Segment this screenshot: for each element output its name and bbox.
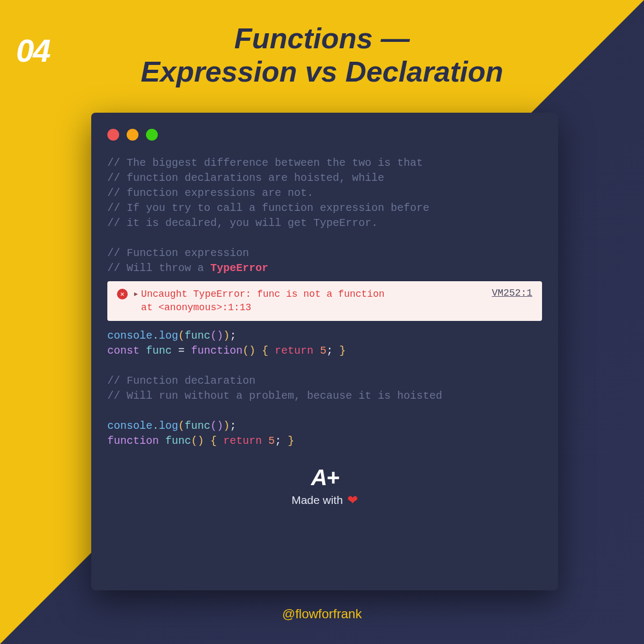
- token: ;: [275, 435, 281, 447]
- title-line-2: Expression vs Declaration: [141, 55, 503, 87]
- token: log: [159, 330, 178, 342]
- token: func: [185, 420, 210, 432]
- token: return: [223, 435, 268, 447]
- token: log: [159, 420, 178, 432]
- token: {: [204, 435, 223, 447]
- token: ): [217, 330, 223, 342]
- comment-line: // it is decalred, you will get TypeErro…: [107, 217, 378, 229]
- code-window: // The biggest difference between the tw…: [91, 113, 558, 590]
- token: ): [197, 435, 204, 447]
- token: ): [249, 345, 255, 357]
- error-source-link[interactable]: VM252:1: [492, 288, 532, 298]
- token: console: [107, 420, 152, 432]
- page-title: Functions — Expression vs Declaration: [0, 21, 644, 88]
- comment-line: // Will throw a: [107, 262, 210, 274]
- logo: A+: [107, 465, 542, 491]
- token: return: [275, 345, 320, 357]
- token: [159, 435, 165, 447]
- comment-line: // function declarations are hoisted, wh…: [107, 172, 384, 184]
- minimize-icon[interactable]: [127, 129, 138, 141]
- token: function: [107, 435, 159, 447]
- token: func: [146, 345, 172, 357]
- error-message: Uncaught TypeError: func is not a functi…: [141, 288, 492, 314]
- token: 5: [320, 345, 326, 357]
- token: 5: [268, 435, 275, 447]
- typeerror-text: TypeError: [210, 262, 268, 274]
- token: (: [210, 420, 217, 432]
- token: console: [107, 330, 152, 342]
- made-label: Made with: [291, 494, 343, 507]
- token: (: [178, 330, 185, 342]
- token: ): [217, 420, 223, 432]
- expand-arrow-icon: ▸: [133, 288, 139, 299]
- token: func: [165, 435, 191, 447]
- comment-line: // The biggest difference between the tw…: [107, 157, 423, 169]
- comment-line: // Function expression: [107, 247, 249, 259]
- token: (: [243, 345, 249, 357]
- title-line-1: Functions —: [235, 22, 410, 54]
- token: function: [191, 345, 243, 357]
- author-handle[interactable]: @flowforfrank: [0, 606, 644, 621]
- comment-line: // Will run without a problem, because i…: [107, 390, 442, 402]
- close-icon[interactable]: [107, 129, 119, 141]
- error-banner: ✕ ▸ Uncaught TypeError: func is not a fu…: [107, 281, 542, 321]
- token: (: [210, 330, 217, 342]
- code-block: // The biggest difference between the tw…: [107, 156, 542, 276]
- maximize-icon[interactable]: [146, 129, 158, 141]
- code-block: console.log(func()); const func = functi…: [107, 328, 542, 449]
- token: }: [333, 345, 346, 357]
- token: .: [152, 420, 159, 432]
- footer-logo-block: A+ Made with ❤: [107, 465, 542, 508]
- error-line: Uncaught TypeError: func is not a functi…: [141, 289, 385, 299]
- error-stack: at <anonymous>:1:13: [141, 302, 251, 313]
- made-with-text: Made with ❤: [107, 493, 542, 508]
- token: }: [281, 435, 294, 447]
- token: ;: [230, 420, 236, 432]
- token: (: [178, 420, 185, 432]
- comment-line: // function expressions are not.: [107, 187, 313, 199]
- token: =: [172, 345, 191, 357]
- window-controls: [107, 129, 542, 141]
- token: .: [152, 330, 159, 342]
- token: ): [223, 330, 230, 342]
- token: (: [191, 435, 197, 447]
- comment-line: // Function declaration: [107, 375, 255, 387]
- heart-icon: ❤: [347, 493, 358, 508]
- token: ;: [230, 330, 236, 342]
- token: {: [255, 345, 275, 357]
- error-icon: ✕: [117, 289, 128, 299]
- token: ): [223, 420, 230, 432]
- token: ;: [326, 345, 333, 357]
- comment-line: // If you try to call a function express…: [107, 202, 429, 214]
- token: func: [185, 330, 210, 342]
- token: const: [107, 345, 146, 357]
